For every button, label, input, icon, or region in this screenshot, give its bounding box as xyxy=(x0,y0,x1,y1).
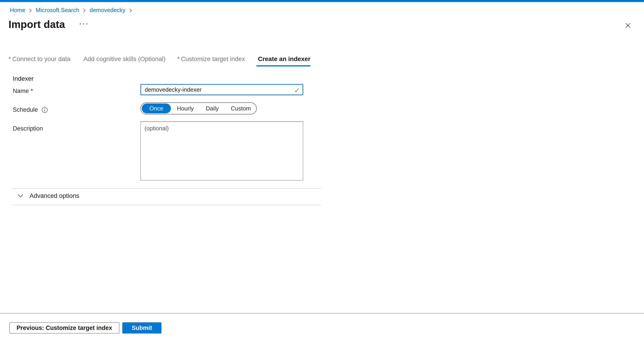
tab-connect-to-your-data[interactable]: * Connect to your data xyxy=(8,56,70,66)
schedule-option-hourly[interactable]: Hourly xyxy=(171,104,200,113)
description-label: Description xyxy=(13,125,43,132)
tab-label: Add cognitive skills (Optional) xyxy=(84,56,166,62)
previous-button[interactable]: Previous: Customize target index xyxy=(10,322,120,334)
breadcrumb: Home Microsoft.Search demovedecky xyxy=(10,7,132,14)
schedule-label: Schedule xyxy=(13,106,48,113)
name-label-text: Name xyxy=(13,88,29,94)
schedule-option-custom[interactable]: Custom xyxy=(225,104,257,113)
tab-required-marker: * xyxy=(8,56,11,62)
advanced-options-toggle[interactable]: Advanced options xyxy=(17,192,80,200)
schedule-option-once[interactable]: Once xyxy=(142,104,171,113)
breadcrumb-home[interactable]: Home xyxy=(10,7,25,14)
footer-divider xyxy=(0,313,644,314)
chevron-right-icon xyxy=(28,7,32,14)
indexer-section-title: Indexer xyxy=(13,75,34,82)
footer-actions: Previous: Customize target index Submit xyxy=(10,322,162,334)
portal-top-accent-bar xyxy=(0,0,644,2)
close-icon[interactable] xyxy=(624,21,632,30)
required-asterisk: * xyxy=(31,88,33,94)
import-data-page: Home Microsoft.Search demovedecky Import… xyxy=(0,0,644,342)
page-title: Import data xyxy=(8,18,65,30)
schedule-toggle-group: Once Hourly Daily Custom xyxy=(140,102,257,114)
chevron-right-icon xyxy=(82,7,86,14)
advanced-options-label: Advanced options xyxy=(30,192,80,200)
breadcrumb-microsoft-search[interactable]: Microsoft.Search xyxy=(36,7,79,14)
tab-label: Connect to your data xyxy=(12,56,70,62)
tab-create-an-indexer[interactable]: Create an indexer xyxy=(256,56,310,66)
schedule-option-daily[interactable]: Daily xyxy=(200,104,225,113)
name-label: Name* xyxy=(13,88,33,94)
submit-button[interactable]: Submit xyxy=(122,322,162,334)
tab-customize-target-index[interactable]: * Customize target index xyxy=(177,56,245,66)
description-textarea[interactable] xyxy=(140,122,303,180)
page-header: Import data ··· xyxy=(8,18,89,30)
wizard-tabs: * Connect to your data Add cognitive ski… xyxy=(8,56,310,66)
divider xyxy=(13,188,321,189)
tab-add-cognitive-skills[interactable]: Add cognitive skills (Optional) xyxy=(82,56,166,66)
schedule-label-text: Schedule xyxy=(13,106,38,113)
indexer-name-input[interactable] xyxy=(140,84,303,95)
tab-label: Create an indexer xyxy=(258,56,310,62)
tab-required-marker: * xyxy=(177,56,180,62)
more-options-icon[interactable]: ··· xyxy=(79,19,89,28)
name-field-wrapper: ✓ xyxy=(140,84,303,95)
breadcrumb-demovedecky[interactable]: demovedecky xyxy=(90,7,125,14)
chevron-down-icon xyxy=(17,194,24,198)
chevron-right-icon xyxy=(129,7,132,14)
tab-label: Customize target index xyxy=(181,56,245,62)
info-icon[interactable] xyxy=(42,107,48,113)
divider xyxy=(13,205,321,205)
